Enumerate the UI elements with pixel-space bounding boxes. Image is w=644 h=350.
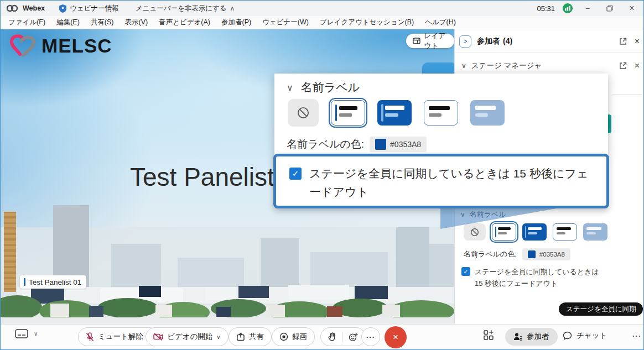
color-value: #0353A8	[539, 251, 565, 258]
participants-icon	[513, 332, 522, 341]
popup-style-options	[288, 99, 505, 127]
style-option-translucent[interactable]	[470, 100, 505, 126]
mic-muted-icon	[86, 332, 94, 342]
maximize-button[interactable]	[603, 2, 617, 14]
style-option-blue[interactable]	[377, 100, 412, 126]
captions-button[interactable]: ∨	[15, 329, 38, 338]
style-option-translucent[interactable]	[583, 223, 607, 241]
close-stage-manager-icon[interactable]: ×	[635, 61, 640, 70]
name-label-color-row: 名前ラベルの色: #0353A8	[464, 248, 570, 260]
menu-item-share[interactable]: 共有(S)	[91, 18, 114, 27]
sync-fade-checkbox-label[interactable]: ステージを全員に同期しているときは 15 秒後にフェードアウト	[475, 266, 605, 289]
participants-panel-header: > 参加者 (4) ×	[455, 33, 644, 50]
sidebar-divider	[612, 94, 641, 95]
name-label-overlay: Test Panelist 01	[20, 275, 86, 289]
chat-bubble-icon	[563, 331, 572, 340]
color-swatch	[375, 139, 386, 150]
apps-button[interactable]	[483, 330, 494, 341]
toolbar-more-button[interactable]: ···	[632, 332, 642, 340]
close-window-button[interactable]: ×	[625, 2, 639, 14]
menu-item-edit[interactable]: 編集(E)	[56, 18, 80, 27]
app-title: Webex	[23, 4, 45, 12]
color-swatch-button[interactable]: #0353A8	[370, 137, 427, 152]
name-label-popup: ∨ 名前ラベル 名前ラベルの色: #0353A8	[274, 74, 608, 156]
connection-quality-icon[interactable]	[563, 3, 573, 13]
name-label-accent-bar	[24, 278, 25, 286]
callout-pointer	[440, 208, 559, 229]
color-swatch-button[interactable]: #0353A8	[522, 248, 570, 260]
menu-bar: ファイル(F) 編集(E) 共有(S) 表示(V) 音声とビデオ(A) 参加者(…	[1, 16, 644, 29]
cityscape-background	[1, 205, 454, 324]
minimize-button[interactable]: −	[580, 2, 595, 14]
chat-toggle-button[interactable]: チャット	[563, 331, 607, 341]
chevron-up-icon: ∧	[230, 4, 235, 12]
participants-expand-button[interactable]: >	[459, 35, 471, 48]
chevron-right-icon: >	[463, 38, 467, 45]
start-video-button[interactable]: ビデオの開始 ∨	[146, 327, 228, 346]
record-button[interactable]: 録画	[272, 327, 315, 346]
checkbox-checked-icon[interactable]: ✓	[289, 168, 302, 180]
name-label-color-label: 名前ラベルの色:	[287, 137, 364, 152]
menu-item-file[interactable]: ファイル(F)	[8, 18, 45, 27]
shield-icon	[59, 4, 66, 13]
raise-hand-icon[interactable]	[328, 332, 336, 341]
sidebar-divider	[455, 52, 644, 53]
color-value: #0353A8	[390, 140, 421, 149]
menu-item-view[interactable]: 表示(V)	[124, 18, 148, 27]
share-button[interactable]: 共有	[228, 327, 272, 346]
close-icon: ×	[393, 332, 398, 343]
video-thumbnail-partial	[422, 62, 454, 75]
stage-manager-header: ∨ ステージ マネージャ ×	[455, 58, 644, 74]
participants-toggle-button[interactable]: 参加者	[505, 328, 558, 346]
camera-off-icon	[153, 333, 163, 341]
title-bar: Webex ウェビナー情報 メニューバーを非表示にする ∧ 05:31 − ×	[1, 1, 644, 16]
leave-meeting-button[interactable]: ×	[385, 326, 407, 348]
chevron-down-icon[interactable]: ∨	[461, 62, 466, 70]
popup-color-row: 名前ラベルの色: #0353A8	[287, 137, 427, 152]
reactions-smiley-icon[interactable]	[349, 332, 358, 342]
name-label-color-label: 名前ラベルの色:	[464, 249, 517, 259]
checkbox-checked-icon[interactable]: ✓	[461, 267, 470, 276]
menu-item-webinar[interactable]: ウェビナー(W)	[262, 18, 309, 27]
sync-fade-checkbox-row[interactable]: ✓ ステージを全員に同期しているときは 15 秒後にフェードアウト	[461, 266, 605, 289]
participants-panel-title: 参加者	[477, 36, 500, 46]
menu-item-help[interactable]: ヘルプ(H)	[425, 18, 456, 27]
webex-window: Webex ウェビナー情報 メニューバーを非表示にする ∧ 05:31 − ×	[0, 0, 644, 350]
chevron-down-icon: ∨	[287, 82, 293, 93]
menu-item-audio-video[interactable]: 音声とビデオ(A)	[159, 18, 210, 27]
participants-count: (4)	[503, 36, 512, 46]
popout-icon[interactable]	[619, 38, 627, 45]
meeting-timer: 05:31	[537, 4, 555, 13]
webex-logo-icon	[6, 4, 18, 12]
record-icon	[279, 332, 288, 341]
popout-icon[interactable]	[619, 62, 627, 70]
share-screen-icon	[236, 332, 245, 341]
divider	[342, 332, 342, 342]
popup-name-label-header[interactable]: ∨ 名前ラベル	[287, 80, 360, 95]
melsc-heart-icon	[8, 34, 37, 58]
sync-fade-callout-label[interactable]: ステージを全員に同期しているときは 15 秒後にフェードアウト	[309, 164, 596, 201]
chevron-down-icon[interactable]: ∨	[34, 331, 38, 337]
style-option-none[interactable]	[288, 99, 319, 127]
control-toolbar: ∨ ミュート解除 ∨ ビデオの開始 ∨ 共有 録画	[1, 324, 644, 350]
reactions-group	[320, 327, 366, 346]
sync-stage-button[interactable]: ステージを全員に同期	[559, 302, 643, 316]
layout-button[interactable]: レイアウト	[406, 34, 454, 48]
sync-fade-callout: ✓ ステージを全員に同期しているときは 15 秒後にフェードアウト	[273, 154, 609, 208]
webinar-info-button[interactable]: ウェビナー情報	[59, 4, 119, 13]
menu-item-breakout[interactable]: ブレイクアウトセッション(B)	[320, 18, 414, 27]
chevron-down-icon[interactable]: ∨	[216, 334, 220, 340]
close-participants-icon[interactable]: ×	[635, 37, 640, 46]
stage-manager-title: ステージ マネージャ	[471, 61, 542, 71]
layout-icon	[413, 38, 420, 44]
melsc-logo-text: MELSC	[41, 35, 112, 57]
more-options-button[interactable]: ···	[361, 327, 380, 346]
melsc-logo: MELSC	[8, 34, 112, 58]
closed-captions-icon	[15, 329, 28, 338]
color-swatch	[528, 250, 536, 258]
style-option-light-selected[interactable]	[331, 100, 365, 126]
hide-menubar-toggle[interactable]: メニューバーを非表示にする ∧	[136, 4, 235, 13]
style-option-outline[interactable]	[424, 100, 458, 126]
menu-item-participants[interactable]: 参加者(P)	[221, 18, 251, 27]
